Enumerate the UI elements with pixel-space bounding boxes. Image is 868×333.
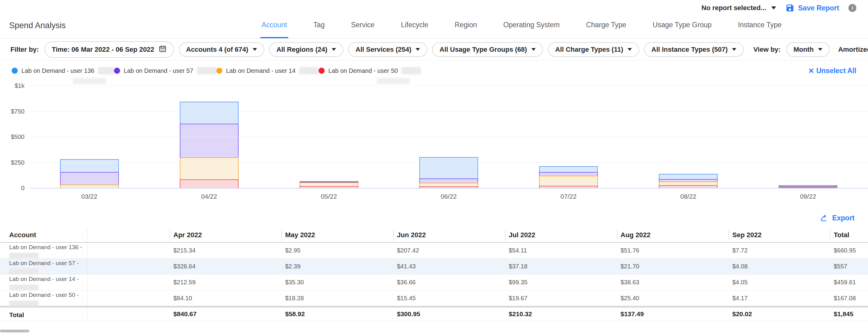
tab-usage-type-group[interactable]: Usage Type Group xyxy=(651,13,713,38)
account-name: Lab on Demand - user 14 - xyxy=(9,276,79,282)
redacted-text xyxy=(9,301,39,306)
account-cell: Lab on Demand - user 14 - xyxy=(0,274,87,290)
gridline xyxy=(29,137,868,137)
column-header-aug-2022[interactable]: Aug 2022 xyxy=(617,228,728,242)
bar-segment-purple[interactable] xyxy=(419,178,478,183)
bar-segment-purple[interactable] xyxy=(60,172,119,185)
chevron-down-icon xyxy=(732,48,736,51)
table-cell: $37.18 xyxy=(505,258,617,274)
filter-pill[interactable]: All Charge Types (11) xyxy=(548,42,639,57)
bar-segment-orange[interactable] xyxy=(300,182,358,186)
legend: Lab on Demand - user 136Lab on Demand - … xyxy=(0,61,868,81)
column-header-account[interactable]: Account xyxy=(0,228,87,242)
column-header-total[interactable]: Total xyxy=(830,228,868,242)
column-header-jun-2022[interactable]: Jun 2022 xyxy=(393,228,505,242)
column-header-sep-2022[interactable]: Sep 2022 xyxy=(728,228,830,242)
table-cell: $4.17 xyxy=(728,290,830,306)
table-cell: $15.45 xyxy=(393,290,505,306)
column-header-apr-2022[interactable]: Apr 2022 xyxy=(170,228,281,242)
spend-table: AccountApr 2022May 2022Jun 2022Jul 2022A… xyxy=(0,228,868,321)
legend-item[interactable]: Lab on Demand - user 57 xyxy=(114,67,216,74)
amortized-control: Amortized i xyxy=(838,45,868,54)
table-cell: $557 xyxy=(830,258,868,274)
save-icon xyxy=(785,3,795,12)
series-color-dot xyxy=(318,68,325,74)
filter-pill[interactable]: Accounts 4 (of 674) xyxy=(179,42,264,57)
stacked-bar-07/22[interactable] xyxy=(539,166,598,188)
filter-pill[interactable]: Time: 06 Mar 2022 - 06 Sep 2022 xyxy=(44,41,174,58)
filter-pill[interactable]: All Regions (24) xyxy=(269,42,343,57)
bar-segment-blue[interactable] xyxy=(60,159,119,172)
tab-region[interactable]: Region xyxy=(453,13,478,38)
legend-item[interactable]: Lab on Demand - user 136 xyxy=(12,67,114,74)
table-header-row: AccountApr 2022May 2022Jun 2022Jul 2022A… xyxy=(0,228,868,242)
stacked-bar-09/22[interactable] xyxy=(779,185,837,188)
bar-segment-blue[interactable] xyxy=(180,102,239,124)
save-report-button[interactable]: Save Report xyxy=(785,3,839,12)
export-label: Export xyxy=(832,214,855,222)
redacted-text xyxy=(299,67,318,74)
y-axis-label: $500 xyxy=(0,133,25,140)
tab-service[interactable]: Service xyxy=(350,13,376,38)
tab-account[interactable]: Account xyxy=(260,13,288,38)
bar-segment-blue[interactable] xyxy=(659,174,718,179)
legend-items: Lab on Demand - user 136Lab on Demand - … xyxy=(12,67,421,74)
bar-segment-red[interactable] xyxy=(180,179,239,188)
tab-instance-type[interactable]: Instance Type xyxy=(737,13,783,38)
total-cell: $58.92 xyxy=(281,307,393,321)
column-header-may-2022[interactable]: May 2022 xyxy=(281,228,393,242)
stacked-bar-03/22[interactable] xyxy=(60,159,119,188)
export-icon xyxy=(820,213,829,222)
bar-segment-blue[interactable] xyxy=(419,157,478,178)
legend-item[interactable]: Lab on Demand - user 14 xyxy=(216,67,318,74)
series-color-dot xyxy=(114,68,120,74)
bar-segment-purple[interactable] xyxy=(539,172,598,176)
bar-segment-purple[interactable] xyxy=(180,124,239,157)
chevron-down-icon xyxy=(415,48,420,51)
view-by-dropdown[interactable]: Month xyxy=(786,42,830,57)
tab-charge-type[interactable]: Charge Type xyxy=(585,13,627,38)
report-selector-dropdown[interactable]: No report selected... xyxy=(702,4,776,12)
bar-segment-red[interactable] xyxy=(300,186,358,188)
filter-pill[interactable]: All Services (254) xyxy=(348,42,427,57)
filter-pill[interactable]: All Usage Type Groups (68) xyxy=(432,42,543,57)
bar-segment-red[interactable] xyxy=(539,186,598,188)
bar-segment-orange[interactable] xyxy=(180,157,239,179)
stacked-bar-04/22[interactable] xyxy=(180,102,239,188)
info-icon[interactable]: i xyxy=(848,4,856,12)
unselect-all-button[interactable]: × Unselect All xyxy=(809,66,856,75)
filter-pill-label: All Instance Types (507) xyxy=(651,45,728,54)
account-cell: Lab on Demand - user 136 - xyxy=(0,242,87,258)
bar-segment-blue[interactable] xyxy=(539,166,598,172)
stacked-bar-05/22[interactable] xyxy=(300,181,358,188)
tabs: AccountTagServiceLifecycleRegionOperatin… xyxy=(260,13,783,38)
bar-segment-orange[interactable] xyxy=(659,181,718,186)
bar-segment-red[interactable] xyxy=(779,187,837,188)
total-cell: $137.49 xyxy=(617,307,728,321)
bar-segment-orange[interactable] xyxy=(60,185,119,188)
stacked-bar-06/22[interactable] xyxy=(419,157,478,188)
bar-segment-red[interactable] xyxy=(659,185,718,188)
bar-segment-orange[interactable] xyxy=(539,176,598,186)
table-cell: $36.66 xyxy=(393,274,505,290)
filter-pill[interactable]: All Instance Types (507) xyxy=(644,42,744,57)
filter-bar: Filter by: Time: 06 Mar 2022 - 06 Sep 20… xyxy=(0,39,868,61)
tab-tag[interactable]: Tag xyxy=(312,13,326,38)
redacted-text xyxy=(9,269,39,274)
bar-segment-orange[interactable] xyxy=(419,183,478,187)
header: Spend Analysis AccountTagServiceLifecycl… xyxy=(0,13,868,39)
tab-operating-system[interactable]: Operating System xyxy=(502,13,561,38)
stacked-bar-08/22[interactable] xyxy=(659,174,718,188)
bar-segment-purple[interactable] xyxy=(659,179,718,181)
chart-plot-area: $1k$750$500$2500 xyxy=(29,86,868,189)
bar-segment-red[interactable] xyxy=(419,187,478,188)
legend-item[interactable]: Lab on Demand - user 50 xyxy=(318,67,421,74)
table-row: Lab on Demand - user 57 -$328.64$2.39$41… xyxy=(0,258,868,274)
table-total-row: Total$840.67$58.92$300.95$210.32$137.49$… xyxy=(0,307,868,321)
total-cell: $1,845 xyxy=(830,307,868,321)
column-header-jul-2022[interactable]: Jul 2022 xyxy=(505,228,617,242)
legend-item-label: Lab on Demand - user 57 xyxy=(124,67,193,74)
horizontal-scrollbar-thumb[interactable] xyxy=(0,330,29,332)
export-button[interactable]: Export xyxy=(820,213,855,222)
tab-lifecycle[interactable]: Lifecycle xyxy=(400,13,429,38)
